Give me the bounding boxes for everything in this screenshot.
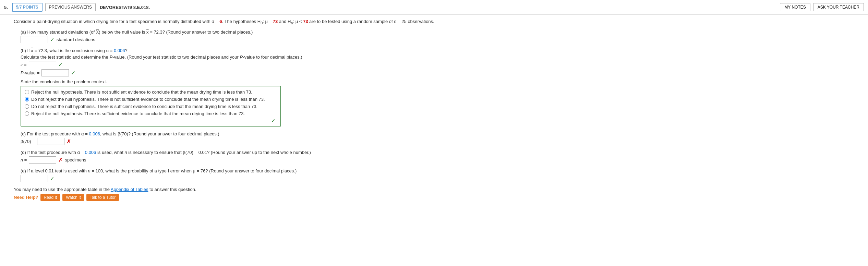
part-b: (b) If x = 72.3, what is the conclusion … — [21, 48, 861, 126]
appendix-text-after: to answer this question. — [148, 187, 196, 192]
part-e-answer-input[interactable]: 0.0000 — [21, 175, 48, 182]
problem-intro: Consider a paint-drying situation in whi… — [14, 18, 861, 26]
n-label: n = — [21, 157, 27, 162]
radio-input-3[interactable] — [25, 111, 29, 116]
state-conclusion-text: State the conclusion in the problem cont… — [21, 79, 107, 84]
radio-label-0: Reject the null hypothesis. There is not… — [31, 89, 252, 95]
pvalue-label: P-value = — [21, 70, 39, 75]
part-b-z-check: ✓ — [58, 61, 63, 68]
mua-value: 73 — [303, 19, 308, 24]
part-a-label: (a) How many standard deviations (of X) … — [21, 29, 861, 35]
part-c-label: (c) For the test procedure with α = 0.00… — [21, 131, 861, 136]
part-a: (a) How many standard deviations (of X) … — [21, 29, 861, 43]
radio-label-2: Do not reject the null hypothesis. There… — [31, 104, 257, 109]
alpha-d: 0.006 — [85, 150, 96, 155]
state-conclusion-label: State the conclusion in the problem cont… — [21, 79, 861, 84]
need-help-row: Need Help? Read It Watch It Talk to a Tu… — [14, 194, 861, 201]
question-number: 5. — [4, 5, 8, 10]
part-a-input-row: .58 ✓ standard deviations — [21, 36, 861, 43]
appendix-text-before: You may need to use the appropriate tabl… — [14, 187, 111, 192]
part-c-beta-input[interactable]: .6141 — [37, 138, 64, 145]
conclusion-check-corner: ✓ — [25, 117, 277, 124]
points-button[interactable]: 5/7 POINTS — [12, 3, 43, 12]
read-it-button[interactable]: Read It — [40, 194, 61, 201]
part-c-input-row: β(70) = .6141 ✗ — [21, 138, 861, 145]
part-b-z-input[interactable]: -0.58 — [29, 61, 56, 68]
ask-teacher-button[interactable]: ASK YOUR TEACHER — [813, 3, 864, 11]
appendix-note: You may need to use the appropriate tabl… — [14, 187, 861, 192]
main-content: Consider a paint-drying situation in whi… — [0, 15, 868, 204]
top-bar-right: MY NOTES ASK YOUR TEACHER — [780, 3, 864, 11]
part-d: (d) If the test procedure with α = 0.006… — [21, 150, 861, 164]
previous-answers-button[interactable]: PREVIOUS ANSWERS — [45, 3, 96, 11]
need-help-label: Need Help? — [14, 195, 38, 200]
part-e-check: ✓ — [50, 175, 55, 182]
part-d-n-input[interactable]: 119 — [29, 156, 56, 164]
radio-input-2[interactable] — [25, 104, 29, 109]
mu0-value: 73 — [273, 19, 278, 24]
alpha-b: 0.006 — [114, 48, 125, 53]
sigma-value: 6 — [219, 19, 222, 24]
conclusion-check-icon: ✓ — [271, 117, 276, 124]
part-b-pvalue-row: P-value = .2810 ✓ — [21, 69, 861, 76]
part-b-pvalue-input[interactable]: .2810 — [41, 69, 69, 76]
part-d-unit: specimens — [65, 157, 86, 162]
part-c-check: ✗ — [67, 138, 71, 145]
part-c: (c) For the test procedure with α = 0.00… — [21, 131, 861, 145]
radio-label-1: Do not reject the null hypothesis. There… — [31, 97, 265, 102]
part-e-label: (e) If a level 0.01 test is used with n … — [21, 168, 861, 173]
talk-to-tutor-button[interactable]: Talk to a Tutor — [86, 194, 119, 201]
radio-label-3: Reject the null hypothesis. There is suf… — [31, 111, 245, 116]
radio-option-0[interactable]: Reject the null hypothesis. There is not… — [25, 88, 277, 96]
part-a-unit-label: standard deviations — [57, 37, 95, 42]
part-e: (e) If a level 0.01 test is used with n … — [21, 168, 861, 182]
part-d-label: (d) If the test procedure with α = 0.006… — [21, 150, 861, 155]
part-d-input-row: n = 119 ✗ specimens — [21, 156, 861, 164]
radio-option-3[interactable]: Reject the null hypothesis. There is suf… — [25, 110, 277, 117]
part-d-check: ✗ — [58, 157, 63, 163]
conclusion-radio-group: Reject the null hypothesis. There is not… — [21, 86, 281, 126]
radio-option-2[interactable]: Do not reject the null hypothesis. There… — [25, 103, 277, 110]
part-b-label1: (b) If x = 72.3, what is the conclusion … — [21, 48, 861, 53]
appendix-link[interactable]: Appendix of Tables — [111, 187, 148, 192]
problem-id: DEVORESTAT9 8.E.018. — [100, 5, 150, 10]
beta-label: β(70) = — [21, 139, 35, 144]
radio-input-1[interactable] — [25, 97, 29, 101]
watch-it-button[interactable]: Watch It — [62, 194, 84, 201]
part-b-label2: Calculate the test statistic and determi… — [21, 55, 861, 60]
part-b-z-row: z = -0.58 ✓ — [21, 61, 861, 68]
part-a-answer-input[interactable]: .58 — [21, 36, 48, 43]
part-e-input-row: 0.0000 ✓ — [21, 175, 861, 182]
alpha-c: 0.006 — [89, 131, 100, 136]
part-b-pvalue-check: ✓ — [71, 70, 75, 76]
my-notes-button[interactable]: MY NOTES — [780, 3, 810, 11]
part-a-check: ✓ — [50, 36, 55, 43]
top-bar: 5. 5/7 POINTS PREVIOUS ANSWERS DEVORESTA… — [0, 0, 868, 15]
radio-input-0[interactable] — [25, 90, 29, 94]
radio-option-1[interactable]: Do not reject the null hypothesis. There… — [25, 96, 277, 103]
z-label: z = — [21, 62, 27, 67]
